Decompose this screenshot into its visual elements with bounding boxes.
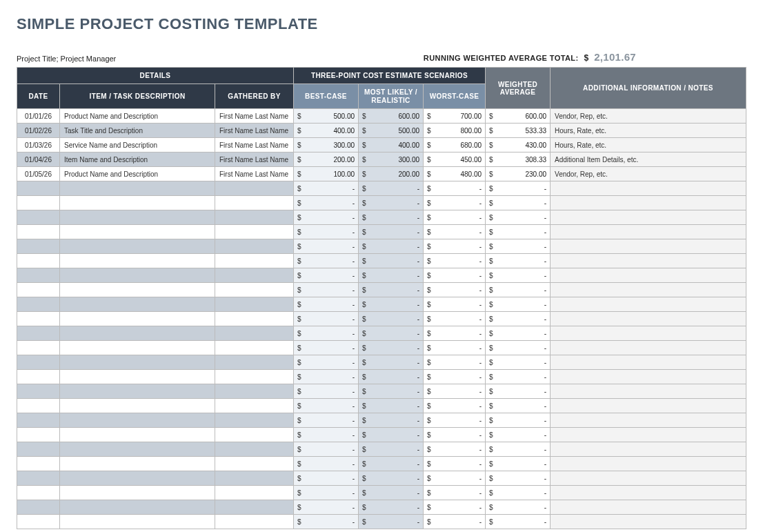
cell-gathered[interactable] <box>215 399 294 413</box>
cell-date[interactable] <box>17 471 60 486</box>
money-cell[interactable]: $- <box>359 341 424 355</box>
money-cell[interactable]: $- <box>424 283 486 297</box>
money-cell[interactable]: $- <box>359 515 424 529</box>
cell-item[interactable] <box>60 326 215 341</box>
money-cell[interactable]: $100.00 <box>294 167 359 181</box>
cell-item[interactable] <box>60 500 215 515</box>
cell-gathered[interactable]: First Name Last Name <box>215 167 294 181</box>
money-cell[interactable]: $500.00 <box>359 124 424 138</box>
cell-date[interactable] <box>17 239 60 254</box>
cell-item[interactable] <box>60 297 215 312</box>
money-cell[interactable]: $- <box>294 500 359 515</box>
money-cell[interactable]: $- <box>486 312 551 326</box>
money-cell[interactable]: $400.00 <box>294 124 359 138</box>
money-cell[interactable]: $- <box>424 341 486 355</box>
money-cell[interactable]: $- <box>294 254 359 268</box>
money-cell[interactable]: $700.00 <box>424 109 486 124</box>
cell-date[interactable] <box>17 399 60 413</box>
money-cell[interactable]: $- <box>359 399 424 413</box>
cell-item[interactable] <box>60 515 215 529</box>
cell-gathered[interactable] <box>215 428 294 442</box>
cell-notes[interactable] <box>551 384 746 399</box>
money-cell[interactable]: $- <box>359 413 424 428</box>
money-cell[interactable]: $- <box>486 384 551 399</box>
cell-item[interactable] <box>60 486 215 500</box>
money-cell[interactable]: $- <box>424 181 486 196</box>
money-cell[interactable]: $- <box>359 239 424 254</box>
money-cell[interactable]: $- <box>294 283 359 297</box>
money-cell[interactable]: $- <box>294 326 359 341</box>
cell-gathered[interactable] <box>215 210 294 225</box>
cell-date[interactable] <box>17 428 60 442</box>
cell-gathered[interactable] <box>215 515 294 529</box>
cell-item[interactable] <box>60 341 215 355</box>
cell-gathered[interactable] <box>215 181 294 196</box>
cell-date[interactable] <box>17 500 60 515</box>
money-cell[interactable]: $- <box>359 326 424 341</box>
cell-notes[interactable] <box>551 341 746 355</box>
cell-date[interactable] <box>17 442 60 457</box>
money-cell[interactable]: $- <box>424 254 486 268</box>
cell-date[interactable] <box>17 355 60 370</box>
cell-date[interactable] <box>17 210 60 225</box>
cell-item[interactable]: Product Name and Description <box>60 167 215 181</box>
cell-notes[interactable] <box>551 486 746 500</box>
cell-notes[interactable]: Hours, Rate, etc. <box>551 124 746 138</box>
money-cell[interactable]: $- <box>486 428 551 442</box>
cell-gathered[interactable] <box>215 225 294 239</box>
cell-date[interactable]: 01/03/26 <box>17 138 60 152</box>
money-cell[interactable]: $- <box>486 283 551 297</box>
money-cell[interactable]: $200.00 <box>359 167 424 181</box>
money-cell[interactable]: $- <box>424 457 486 471</box>
cell-item[interactable]: Task Title and Description <box>60 124 215 138</box>
cell-gathered[interactable]: First Name Last Name <box>215 138 294 152</box>
money-cell[interactable]: $- <box>486 239 551 254</box>
cell-notes[interactable] <box>551 326 746 341</box>
money-cell[interactable]: $- <box>359 225 424 239</box>
money-cell[interactable]: $- <box>359 442 424 457</box>
money-cell[interactable]: $- <box>424 515 486 529</box>
cell-date[interactable] <box>17 283 60 297</box>
money-cell[interactable]: $- <box>294 370 359 384</box>
cell-gathered[interactable] <box>215 442 294 457</box>
cell-item[interactable] <box>60 457 215 471</box>
cell-item[interactable]: Product Name and Description <box>60 109 215 124</box>
cell-notes[interactable] <box>551 210 746 225</box>
cell-gathered[interactable] <box>215 370 294 384</box>
cell-date[interactable] <box>17 254 60 268</box>
money-cell[interactable]: $- <box>359 471 424 486</box>
cell-item[interactable] <box>60 413 215 428</box>
money-cell[interactable]: $- <box>294 239 359 254</box>
money-cell[interactable]: $- <box>359 486 424 500</box>
cell-date[interactable]: 01/02/26 <box>17 124 60 138</box>
money-cell[interactable]: $- <box>486 471 551 486</box>
money-cell[interactable]: $- <box>359 428 424 442</box>
cell-item[interactable] <box>60 399 215 413</box>
money-cell[interactable]: $- <box>486 297 551 312</box>
cell-gathered[interactable] <box>215 413 294 428</box>
money-cell[interactable]: $600.00 <box>486 109 551 124</box>
money-cell[interactable]: $300.00 <box>294 138 359 152</box>
money-cell[interactable]: $800.00 <box>424 124 486 138</box>
money-cell[interactable]: $230.00 <box>486 167 551 181</box>
money-cell[interactable]: $- <box>294 297 359 312</box>
money-cell[interactable]: $- <box>359 457 424 471</box>
cell-notes[interactable] <box>551 283 746 297</box>
money-cell[interactable]: $- <box>424 196 486 210</box>
money-cell[interactable]: $- <box>424 442 486 457</box>
cell-notes[interactable] <box>551 428 746 442</box>
money-cell[interactable]: $- <box>294 442 359 457</box>
cell-gathered[interactable] <box>215 283 294 297</box>
money-cell[interactable]: $- <box>359 210 424 225</box>
money-cell[interactable]: $- <box>486 196 551 210</box>
cell-gathered[interactable]: First Name Last Name <box>215 152 294 167</box>
money-cell[interactable]: $- <box>424 210 486 225</box>
cell-item[interactable] <box>60 471 215 486</box>
money-cell[interactable]: $- <box>424 471 486 486</box>
money-cell[interactable]: $- <box>294 196 359 210</box>
money-cell[interactable]: $- <box>424 413 486 428</box>
cell-notes[interactable]: Additional Item Details, etc. <box>551 152 746 167</box>
cell-date[interactable] <box>17 384 60 399</box>
money-cell[interactable]: $450.00 <box>424 152 486 167</box>
cell-date[interactable] <box>17 413 60 428</box>
